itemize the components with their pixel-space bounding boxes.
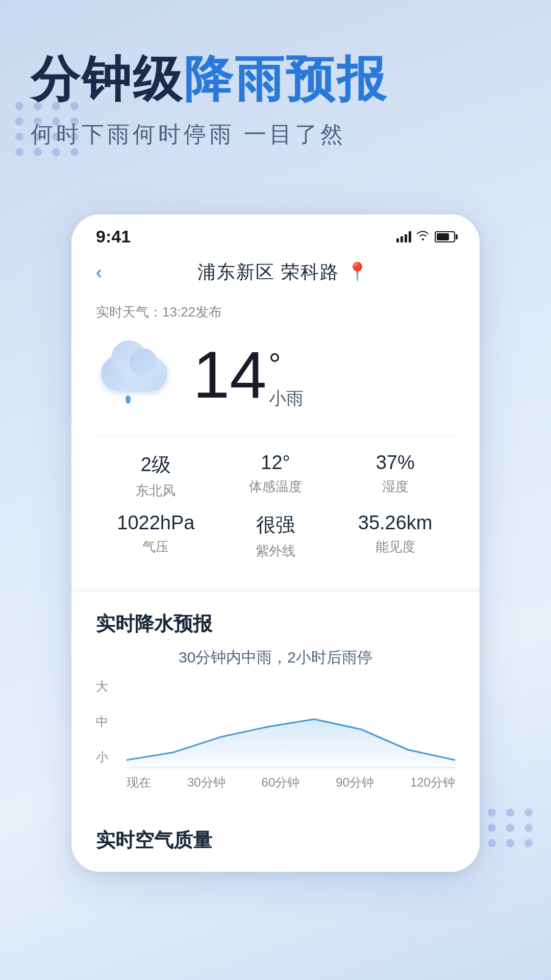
location-pin-icon: 📍 xyxy=(346,261,370,282)
rain-chart: 大 中 小 xyxy=(96,678,455,791)
stat-visibility-value: 35.26km xyxy=(358,512,433,534)
nav-location-title: 浦东新区 荣科路 📍 xyxy=(112,260,455,285)
rain-forecast-title: 实时降水预报 xyxy=(96,611,455,637)
stat-humidity-label: 湿度 xyxy=(382,478,409,496)
temperature-display: 14 ° 小雨 xyxy=(193,341,304,410)
stat-uv-value: 很强 xyxy=(256,512,295,538)
weather-main: 14 ° 小雨 xyxy=(96,336,455,415)
battery-icon xyxy=(435,231,455,242)
chart-x-label-120: 120分钟 xyxy=(410,774,455,791)
phone-mockup: 9:41 ‹ 浦东新区 荣科路 📍 实时天气：13:2 xyxy=(71,214,480,872)
rain-forecast-description: 30分钟内中雨，2小时后雨停 xyxy=(96,647,455,668)
air-quality-title: 实时空气质量 xyxy=(96,827,455,853)
rain-forecast-card: 实时降水预报 30分钟内中雨，2小时后雨停 大 中 小 xyxy=(71,589,480,809)
chart-x-labels: 现在 30分钟 60分钟 90分钟 120分钟 xyxy=(127,774,455,791)
decor-dots-bottomright xyxy=(488,808,536,847)
status-bar: 9:41 xyxy=(71,214,480,252)
signal-icon xyxy=(396,231,411,242)
chart-x-label-now: 现在 xyxy=(127,774,151,791)
temperature-value: 14 xyxy=(193,341,267,408)
temperature-unit: ° xyxy=(269,347,304,382)
stat-pressure: 1022hPa 气压 xyxy=(96,512,216,560)
stat-uv: 很强 紫外线 xyxy=(216,512,336,560)
chart-y-labels: 大 中 小 xyxy=(96,678,108,770)
air-quality-section: 实时空气质量 xyxy=(71,809,480,872)
publish-time: 实时天气：13:22发布 xyxy=(96,303,455,321)
hero-title: 分钟级降雨预报 xyxy=(31,51,520,107)
weather-content: 实时天气：13:22发布 14 ° 小雨 2级 东北风 xyxy=(71,293,480,580)
stat-pressure-label: 气压 xyxy=(142,538,169,556)
wifi-icon xyxy=(416,230,430,243)
weather-description: 小雨 xyxy=(269,387,304,410)
stat-wind-label: 东北风 xyxy=(136,482,176,500)
chart-x-label-60: 60分钟 xyxy=(262,774,300,791)
hero-title-part2: 降雨预报 xyxy=(184,52,388,106)
stat-visibility-label: 能见度 xyxy=(375,538,415,556)
chart-fill xyxy=(127,719,455,770)
stat-pressure-value: 1022hPa xyxy=(117,512,194,534)
hero-subtitle: 何时下雨何时停雨 一目了然 xyxy=(31,119,520,150)
weather-stats-grid: 2级 东北风 12° 体感温度 37% 湿度 1022hPa 气压 很强 紫外线… xyxy=(96,436,455,560)
chart-x-label-90: 90分钟 xyxy=(336,774,374,791)
stat-feels-like-value: 12° xyxy=(261,452,290,474)
hero-section: 分钟级降雨预报 何时下雨何时停雨 一目了然 xyxy=(0,0,551,150)
stat-humidity: 37% 湿度 xyxy=(335,452,455,500)
back-button[interactable]: ‹ xyxy=(96,262,102,283)
nav-bar: ‹ 浦东新区 荣科路 📍 xyxy=(71,252,480,293)
status-icons xyxy=(396,230,455,243)
stat-uv-label: 紫外线 xyxy=(256,542,295,560)
stat-feels-like-label: 体感温度 xyxy=(249,478,302,496)
weather-cloud-icon xyxy=(96,346,178,407)
chart-y-label-large: 大 xyxy=(96,678,108,695)
stat-visibility: 35.26km 能见度 xyxy=(335,512,455,560)
chart-y-label-medium: 中 xyxy=(96,714,108,730)
status-time: 9:41 xyxy=(96,227,131,247)
hero-title-part1: 分钟级 xyxy=(31,52,184,106)
chart-svg-area xyxy=(127,678,455,770)
chart-x-label-30: 30分钟 xyxy=(187,774,226,791)
stat-wind: 2级 东北风 xyxy=(96,452,216,500)
stat-feels-like: 12° 体感温度 xyxy=(216,452,336,500)
stat-wind-value: 2级 xyxy=(141,452,171,478)
stat-humidity-value: 37% xyxy=(376,452,415,474)
chart-y-label-small: 小 xyxy=(96,749,108,765)
